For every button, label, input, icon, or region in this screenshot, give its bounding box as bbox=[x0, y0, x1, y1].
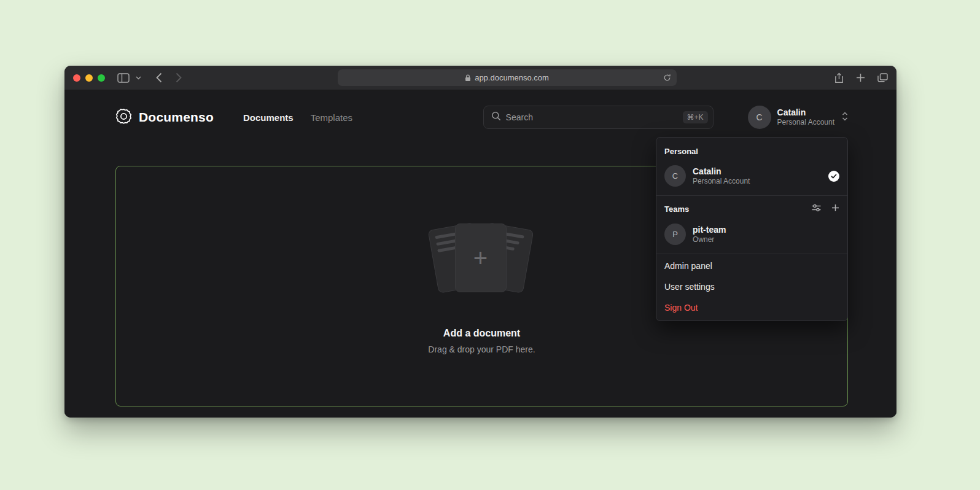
url-text: app.documenso.com bbox=[475, 73, 549, 82]
personal-account-type: Personal Account bbox=[693, 177, 822, 187]
nav-documents[interactable]: Documents bbox=[243, 112, 294, 123]
menu-item-user-settings[interactable]: User settings bbox=[656, 276, 847, 297]
forward-button-icon[interactable] bbox=[176, 72, 182, 83]
personal-account-item[interactable]: C Catalin Personal Account bbox=[656, 160, 847, 194]
personal-section-label: Personal bbox=[656, 141, 847, 160]
back-button-icon[interactable] bbox=[156, 72, 162, 83]
chevron-up-down-icon bbox=[842, 112, 848, 123]
stacked-documents-icon: + bbox=[414, 219, 550, 311]
search-icon bbox=[491, 111, 501, 123]
brand[interactable]: Documenso bbox=[115, 108, 214, 127]
sidebar-toggle-icon[interactable] bbox=[117, 73, 130, 83]
share-icon[interactable] bbox=[834, 72, 844, 84]
personal-account-avatar: C bbox=[664, 165, 686, 187]
team-role: Owner bbox=[693, 235, 839, 245]
sidebar-chevron-down-icon[interactable] bbox=[136, 76, 141, 80]
account-avatar: C bbox=[748, 106, 771, 129]
account-menu-trigger[interactable]: C Catalin Personal Account bbox=[748, 106, 848, 129]
manage-teams-icon[interactable] bbox=[812, 203, 821, 214]
reload-icon[interactable] bbox=[663, 74, 671, 82]
window-controls bbox=[73, 74, 105, 82]
team-name: pit-team bbox=[693, 224, 839, 235]
traffic-light-minimize[interactable] bbox=[85, 74, 93, 82]
selected-check-icon bbox=[828, 171, 839, 182]
menu-divider bbox=[656, 195, 847, 196]
teams-section-header: Teams bbox=[656, 197, 847, 219]
browser-window: app.documenso.com Documenso bbox=[64, 66, 896, 418]
team-item[interactable]: P pit-team Owner bbox=[656, 219, 847, 252]
browser-toolbar: app.documenso.com bbox=[64, 66, 896, 90]
account-name: Catalin bbox=[777, 107, 834, 119]
documenso-page: Documenso Documents Templates ⌘+K C Cata… bbox=[64, 90, 896, 418]
account-dropdown: Personal C Catalin Personal Account Team… bbox=[656, 137, 848, 321]
documenso-logo-icon bbox=[115, 108, 132, 127]
dropzone-title: Add a document bbox=[443, 328, 520, 339]
search-box[interactable]: ⌘+K bbox=[483, 106, 714, 129]
add-team-icon[interactable] bbox=[831, 203, 839, 214]
teams-section-label: Teams bbox=[664, 204, 812, 214]
address-bar[interactable]: app.documenso.com bbox=[338, 69, 677, 86]
plus-icon: + bbox=[473, 246, 488, 270]
app-header: Documenso Documents Templates ⌘+K C Cata… bbox=[64, 90, 896, 144]
lock-icon bbox=[465, 74, 471, 82]
menu-item-admin-panel[interactable]: Admin panel bbox=[656, 255, 847, 276]
menu-divider bbox=[656, 254, 847, 254]
main-nav: Documents Templates bbox=[243, 112, 352, 123]
search-shortcut-badge: ⌘+K bbox=[683, 111, 708, 123]
menu-item-sign-out[interactable]: Sign Out bbox=[656, 297, 847, 318]
account-type: Personal Account bbox=[777, 118, 834, 127]
dropzone-subtitle: Drag & drop your PDF here. bbox=[428, 344, 535, 354]
nav-templates[interactable]: Templates bbox=[311, 112, 352, 123]
new-tab-icon[interactable] bbox=[856, 72, 865, 84]
traffic-light-zoom[interactable] bbox=[98, 74, 105, 82]
brand-name: Documenso bbox=[139, 110, 214, 125]
traffic-light-close[interactable] bbox=[73, 74, 80, 82]
tab-overview-icon[interactable] bbox=[877, 72, 888, 84]
team-avatar: P bbox=[664, 224, 686, 245]
personal-account-name: Catalin bbox=[693, 166, 822, 177]
search-input[interactable] bbox=[506, 112, 678, 122]
